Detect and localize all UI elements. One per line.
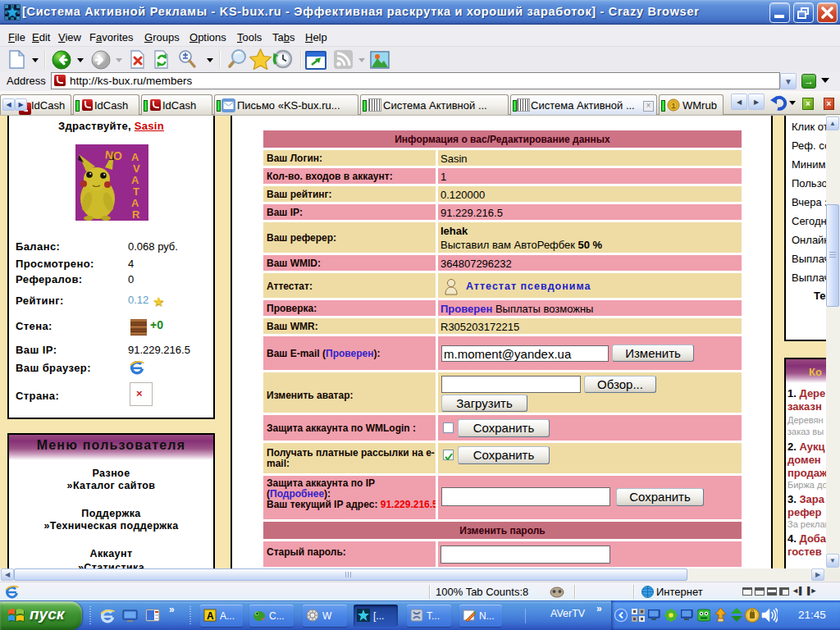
svg-text:1: 1 bbox=[672, 102, 676, 110]
svg-text:V: V bbox=[133, 162, 140, 175]
svg-text:A: A bbox=[131, 174, 139, 186]
svg-text:R: R bbox=[132, 208, 140, 221]
svg-text:T: T bbox=[133, 185, 139, 198]
svg-text:A: A bbox=[207, 610, 214, 622]
svg-text:NO: NO bbox=[104, 148, 123, 162]
svg-text:A: A bbox=[131, 197, 139, 209]
svg-text:A: A bbox=[131, 151, 139, 163]
